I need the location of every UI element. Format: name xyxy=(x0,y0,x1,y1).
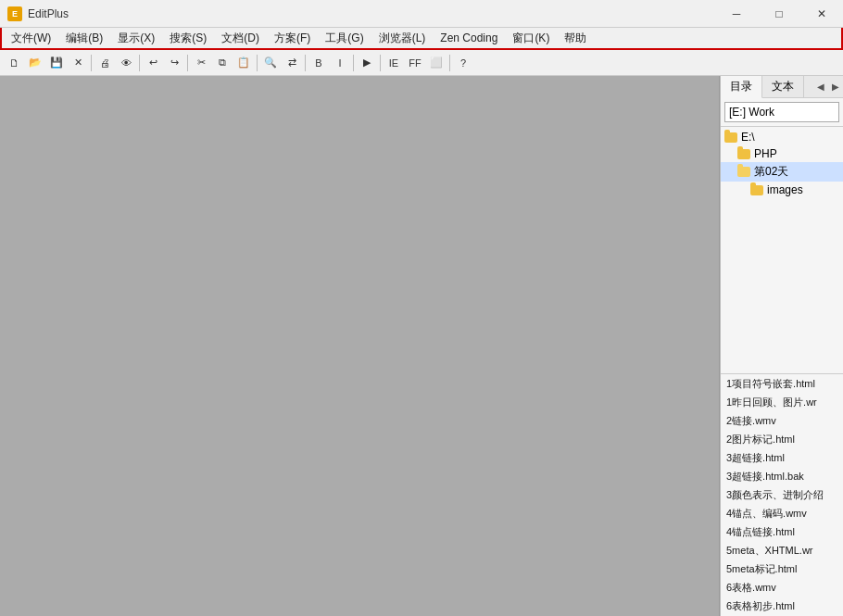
list-item[interactable]: 3超链接.html xyxy=(721,448,843,467)
toolbar-btn-find[interactable]: 🔍 xyxy=(260,53,281,73)
close-button[interactable]: ✕ xyxy=(800,0,843,28)
app-icon: E xyxy=(7,6,22,21)
toolbar-separator xyxy=(91,55,92,71)
list-item[interactable]: 1项目符号嵌套.html xyxy=(721,374,843,393)
tree-item[interactable]: 第02天 xyxy=(721,162,843,182)
main-layout: 目录 文本 ◀ ▶ [E:] Work E:\PHP第02天images 1项目… xyxy=(0,76,843,616)
folder-icon xyxy=(737,149,750,159)
list-item[interactable]: 4锚点链接.html xyxy=(721,522,843,541)
menu-bar: 文件(W)编辑(B)显示(X)搜索(S)文档(D)方案(F)工具(G)浏览器(L… xyxy=(0,28,843,50)
list-item[interactable]: 5meta、XHTML.wr xyxy=(721,541,843,559)
window-controls: ─ □ ✕ xyxy=(715,0,843,28)
menu-item-K[interactable]: 窗口(K) xyxy=(505,28,557,48)
menu-item-ZenCoding[interactable]: Zen Coding xyxy=(433,28,505,48)
toolbar-btn-new[interactable]: 🗋 xyxy=(4,53,24,73)
toolbar-separator xyxy=(305,55,306,71)
panel-nav-next[interactable]: ▶ xyxy=(828,76,843,98)
panel-nav: ◀ ▶ xyxy=(813,76,843,98)
list-item[interactable]: 6表格初步.html xyxy=(721,597,843,615)
toolbar-btn-browser2[interactable]: FF xyxy=(405,53,425,73)
list-item[interactable]: 3超链接.html.bak xyxy=(721,467,843,485)
folder-icon xyxy=(737,167,750,177)
toolbar-btn-close[interactable]: ✕ xyxy=(68,53,88,73)
toolbar-btn-replace[interactable]: ⇄ xyxy=(282,53,302,73)
list-item[interactable]: 1昨日回顾、图片.wr xyxy=(721,393,843,411)
folder-icon xyxy=(724,132,737,143)
editor-area[interactable] xyxy=(0,76,720,616)
tree-item[interactable]: images xyxy=(721,182,843,198)
panel-tabs: 目录 文本 ◀ ▶ xyxy=(721,76,843,98)
menu-item-G[interactable]: 工具(G) xyxy=(318,28,371,48)
toolbar-btn-undo[interactable]: ↩ xyxy=(143,53,163,73)
tree-item[interactable]: PHP xyxy=(721,145,843,162)
menu-item-W[interactable]: 文件(W) xyxy=(4,28,58,48)
toolbar-btn-preview[interactable]: 👁 xyxy=(116,53,136,73)
tree-item-label: E:\ xyxy=(741,131,755,144)
toolbar-btn-copy[interactable]: ⧉ xyxy=(212,53,233,73)
maximize-button[interactable]: □ xyxy=(758,0,800,28)
toolbar-btn-paste[interactable]: 📋 xyxy=(233,53,254,73)
app-title: EditPlus xyxy=(28,7,69,20)
menu-item-S[interactable]: 搜索(S) xyxy=(162,28,214,48)
tree-item-label: 第02天 xyxy=(754,164,788,180)
toolbar-btn-bold[interactable]: B xyxy=(308,53,329,73)
toolbar-separator xyxy=(187,55,188,71)
file-list: 1项目符号嵌套.html1昨日回顾、图片.wr2链接.wmv2图片标记.html… xyxy=(721,373,843,617)
toolbar-btn-print[interactable]: 🖨 xyxy=(94,53,115,73)
toolbar-btn-open[interactable]: 📂 xyxy=(25,53,45,73)
list-item[interactable]: 2图片标记.html xyxy=(721,430,843,448)
toolbar-separator xyxy=(353,55,354,71)
menu-item-D[interactable]: 文档(D) xyxy=(214,28,267,48)
toolbar-btn-redo[interactable]: ↪ xyxy=(164,53,184,73)
tree-item[interactable]: E:\ xyxy=(721,129,843,145)
list-item[interactable]: 6表格.wmv xyxy=(721,578,843,597)
directory-select[interactable]: [E:] Work xyxy=(724,102,839,122)
toolbar-btn-cut[interactable]: ✂ xyxy=(191,53,211,73)
toolbar-btn-browser1[interactable]: IE xyxy=(384,53,404,73)
toolbar-separator xyxy=(139,55,140,71)
toolbar-btn-browser3[interactable]: ⬜ xyxy=(426,53,447,73)
toolbar: 🗋📂💾✕🖨👁↩↪✂⧉📋🔍⇄BI▶IEFF⬜? xyxy=(0,50,843,76)
menu-item-L[interactable]: 浏览器(L) xyxy=(371,28,434,48)
menu-item-[interactable]: 帮助 xyxy=(557,28,594,48)
title-bar: E EditPlus ─ □ ✕ xyxy=(0,0,843,28)
toolbar-btn-italic[interactable]: I xyxy=(330,53,350,73)
tree-item-label: images xyxy=(767,183,803,196)
menu-item-B[interactable]: 编辑(B) xyxy=(58,28,110,48)
toolbar-separator xyxy=(380,55,381,71)
list-item[interactable]: 2链接.wmv xyxy=(721,411,843,430)
toolbar-separator xyxy=(257,55,258,71)
list-item[interactable]: 5meta标记.html xyxy=(721,559,843,578)
panel-nav-prev[interactable]: ◀ xyxy=(813,76,828,98)
minimize-button[interactable]: ─ xyxy=(715,0,758,28)
toolbar-btn-help[interactable]: ? xyxy=(453,53,473,73)
toolbar-btn-save[interactable]: 💾 xyxy=(46,53,67,73)
file-tree: E:\PHP第02天images xyxy=(721,127,843,373)
menu-item-F[interactable]: 方案(F) xyxy=(267,28,318,48)
tree-item-label: PHP xyxy=(754,147,777,160)
toolbar-separator xyxy=(449,55,450,71)
directory-dropdown-container: [E:] Work xyxy=(721,98,843,127)
list-item[interactable]: 3颜色表示、进制介绍 xyxy=(721,485,843,504)
right-panel: 目录 文本 ◀ ▶ [E:] Work E:\PHP第02天images 1项目… xyxy=(720,76,843,616)
tab-text[interactable]: 文本 xyxy=(762,76,804,98)
tab-directory[interactable]: 目录 xyxy=(721,76,762,98)
folder-icon xyxy=(750,185,763,195)
toolbar-btn-run[interactable]: ▶ xyxy=(357,53,377,73)
menu-item-X[interactable]: 显示(X) xyxy=(110,28,162,48)
list-item[interactable]: 4锚点、编码.wmv xyxy=(721,504,843,522)
